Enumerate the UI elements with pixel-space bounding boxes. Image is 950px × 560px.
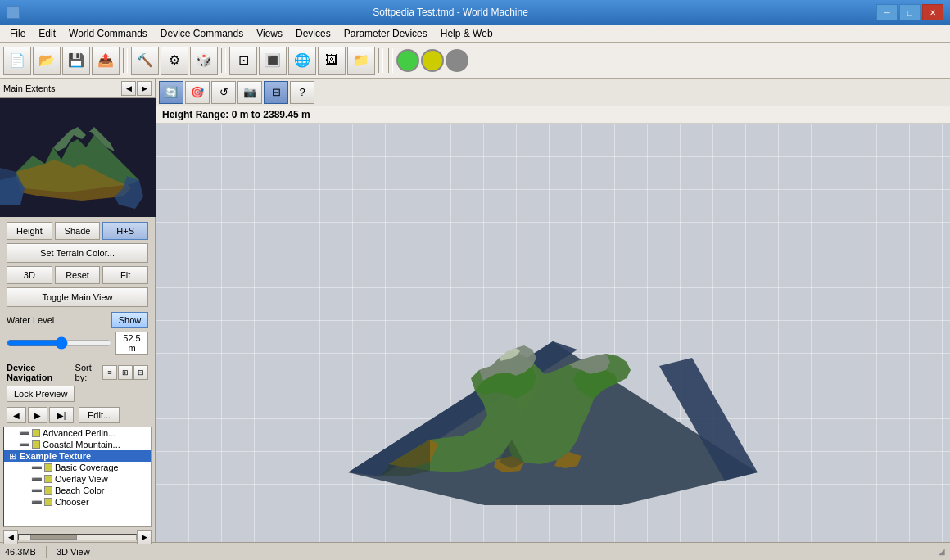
window-title: Softpedia Test.tmd - World Machine <box>25 7 876 18</box>
menu-item-parameter-devices[interactable]: Parameter Devices <box>337 26 434 41</box>
gray-indicator <box>446 49 468 72</box>
help-view-button[interactable]: ? <box>290 81 314 104</box>
lock-preview-button[interactable]: Lock Preview <box>7 386 75 402</box>
open-toolbar-button[interactable]: 📂 <box>33 47 61 75</box>
screenshot-view-button[interactable]: 📷 <box>238 81 262 104</box>
menu-bar: FileEditWorld CommandsDevice CommandsVie… <box>0 25 950 43</box>
height-info: Height Range: 0 m to 2389.45 m <box>156 106 950 124</box>
view-mode-status: 3D View <box>57 547 90 557</box>
preview-canvas <box>0 98 156 217</box>
save-toolbar-button[interactable]: 💾 <box>62 47 90 75</box>
menu-item-help-&-web[interactable]: Help & Web <box>434 26 500 41</box>
random-toolbar-button[interactable]: 🎲 <box>190 47 218 75</box>
menu-item-world-commands[interactable]: World Commands <box>62 26 154 41</box>
tree-expand-icon: ➖ <box>32 497 42 507</box>
window-controls: ─ □ ✕ <box>876 4 943 20</box>
nav-end-button[interactable]: ▶| <box>49 407 74 423</box>
sort-icon-1[interactable]: ≡ <box>102 365 117 380</box>
tree-expand-icon: ➖ <box>32 474 42 484</box>
zoom-fit-toolbar-button[interactable]: 🔳 <box>259 47 287 75</box>
tree-item-advanced[interactable]: ➖Advanced Perlin... <box>4 427 151 439</box>
tree-scrollbar: ◀ ▶ <box>3 531 152 542</box>
sort-icon-2[interactable]: ⊞ <box>118 365 133 380</box>
nav-prev-button[interactable]: ◀ <box>7 407 26 423</box>
minimize-button[interactable]: ─ <box>876 4 898 20</box>
close-button[interactable]: ✕ <box>922 4 943 20</box>
status-divider <box>46 546 47 558</box>
menu-item-devices[interactable]: Devices <box>289 26 337 41</box>
nav-buttons: ◀ ▶ ▶| Edit... <box>0 405 155 427</box>
tree-item-label: Overlay View <box>55 474 147 484</box>
reset-view-view-button[interactable]: ↺ <box>211 81 236 104</box>
zoom-extents-toolbar-button[interactable]: ⊡ <box>229 47 257 75</box>
preview-nav-right[interactable]: ▶ <box>137 81 152 96</box>
free-view-button[interactable]: 🎯 <box>185 81 210 104</box>
texture-toolbar-button[interactable]: 🖼 <box>318 47 346 75</box>
tree-item-overlay-view[interactable]: ➖Overlay View <box>4 473 151 485</box>
tree-color-dot <box>44 498 52 506</box>
menu-item-edit[interactable]: Edit <box>32 26 62 41</box>
reset-button[interactable]: Reset <box>55 266 101 284</box>
edit-button[interactable]: Edit... <box>79 407 120 423</box>
menu-item-views[interactable]: Views <box>250 26 289 41</box>
app-icon <box>7 6 20 19</box>
new-toolbar-button[interactable]: 📄 <box>3 47 31 75</box>
tree-item-label: Example Texture <box>20 451 147 461</box>
export-toolbar-button[interactable]: 📤 <box>92 47 120 75</box>
view-action-buttons: 3D Reset Fit <box>7 266 148 284</box>
3d-button[interactable]: 3D <box>7 266 52 284</box>
resize-handle[interactable]: ◢ <box>939 547 945 556</box>
tree-expand-icon: ⊞ <box>7 451 17 461</box>
orbit-view-button[interactable]: 🔄 <box>159 81 183 104</box>
tree-item-basic-coverage[interactable]: ➖Basic Coverage <box>4 462 151 473</box>
tree-view[interactable]: ➖Advanced Perlin...➖Coastal Mountain...⊞… <box>3 427 152 527</box>
wireframe-view-button[interactable]: ⊟ <box>264 81 288 104</box>
sort-icon-3[interactable]: ⊟ <box>133 365 148 380</box>
tree-color-dot <box>44 463 52 472</box>
water-show-button[interactable]: Show <box>111 312 148 328</box>
water-level-slider[interactable] <box>7 336 112 350</box>
scroll-left-button[interactable]: ◀ <box>3 530 18 544</box>
maximize-button[interactable]: □ <box>899 4 921 20</box>
set-terrain-button[interactable]: Set Terrain Color... <box>7 243 148 263</box>
title-bar: Softpedia Test.tmd - World Machine ─ □ ✕ <box>0 0 950 25</box>
yellow-indicator <box>421 49 444 72</box>
tree-item-example-texture[interactable]: ⊞Example Texture <box>4 450 151 462</box>
tree-expand-icon: ➖ <box>32 463 42 472</box>
export2-toolbar-button[interactable]: 📁 <box>347 47 375 75</box>
view-controls: Height Shade H+S Set Terrain Color... 3D… <box>0 217 155 359</box>
sort-icons: ≡ ⊞ ⊟ <box>102 365 148 380</box>
toolbar: 📄📂💾📤🔨⚙🎲⊡🔳🌐🖼📁 <box>0 43 950 79</box>
toggle-main-button[interactable]: Toggle Main View <box>7 287 148 307</box>
shade-button[interactable]: Shade <box>55 222 101 240</box>
view-mode-buttons: Height Shade H+S <box>7 222 148 240</box>
menu-item-device-commands[interactable]: Device Commands <box>154 26 250 41</box>
sort-label: Sort by: <box>75 363 102 382</box>
scroll-track[interactable] <box>18 534 137 540</box>
height-button[interactable]: Height <box>7 222 52 240</box>
right-panel: 🔄🎯↺📷⊟? Height Range: 0 m to 2389.45 m <box>156 79 950 542</box>
menu-item-file[interactable]: File <box>3 26 32 41</box>
tree-item-chooser[interactable]: ➖Chooser <box>4 496 151 508</box>
hs-button[interactable]: H+S <box>102 222 148 240</box>
lock-preview-row: Lock Preview <box>0 384 155 405</box>
tree-expand-icon: ➖ <box>20 440 29 449</box>
nav-next-button[interactable]: ▶ <box>28 407 48 423</box>
tree-color-dot <box>44 475 52 483</box>
water-level-label: Water Level <box>7 315 108 325</box>
toolbar-separator <box>221 48 226 73</box>
fit-button[interactable]: Fit <box>102 266 148 284</box>
main-layout: Main Extents ◀ ▶ He <box>0 79 950 542</box>
tree-item-beach-color[interactable]: ➖Beach Color <box>4 485 151 496</box>
build2-toolbar-button[interactable]: ⚙ <box>161 47 188 75</box>
tree-item-coastal[interactable]: ➖Coastal Mountain... <box>4 439 151 450</box>
scroll-right-button[interactable]: ▶ <box>137 530 152 544</box>
tree-color-dot <box>32 440 40 449</box>
preview-nav-left[interactable]: ◀ <box>121 81 136 96</box>
render-toolbar-button[interactable]: 🌐 <box>288 47 316 75</box>
tree-item-label: Basic Coverage <box>55 463 147 472</box>
tree-expand-icon: ➖ <box>20 428 29 438</box>
build-toolbar-button[interactable]: 🔨 <box>131 47 159 75</box>
terrain-svg <box>266 161 839 505</box>
water-level-value: 52.5 m <box>115 332 148 355</box>
